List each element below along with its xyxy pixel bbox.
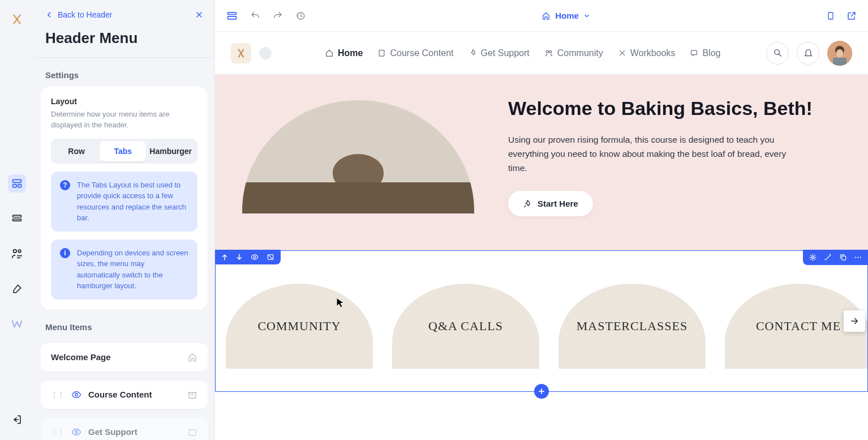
undo-icon[interactable] [250, 11, 260, 21]
rail-brush-icon[interactable] [8, 280, 26, 298]
start-here-button[interactable]: Start Here [508, 191, 593, 216]
search-button[interactable] [766, 42, 789, 65]
menu-item-label: Get Support [88, 427, 137, 437]
close-panel-icon[interactable] [195, 11, 203, 19]
svg-rect-4 [13, 219, 22, 221]
site-logo-icon [231, 43, 251, 63]
nav-workbooks[interactable]: Workbooks [618, 48, 676, 58]
menu-items-label: Menu Items [34, 310, 214, 339]
svg-rect-28 [842, 257, 846, 260]
help-icon: ? [60, 180, 70, 190]
visibility-icon[interactable] [71, 390, 81, 400]
svg-point-25 [253, 257, 256, 259]
svg-rect-10 [189, 430, 196, 435]
visibility-icon[interactable] [71, 427, 81, 437]
scroll-right-button[interactable] [844, 310, 865, 332]
rail-list-icon[interactable] [8, 210, 26, 228]
menu-item-support[interactable]: ⋮⋮ Get Support [41, 418, 208, 440]
duplicate-icon[interactable] [839, 253, 847, 262]
svg-point-6 [18, 250, 21, 253]
visibility-toggle-icon[interactable] [250, 253, 259, 261]
arch-card-community[interactable]: COMMUNITY [226, 284, 373, 369]
rail-w-icon[interactable] [8, 315, 26, 333]
hero-section: Welcome to Baking Basics, Beth! Using ou… [215, 75, 868, 250]
site-header-preview: Home Course Content Get Support Communit… [215, 32, 868, 75]
nav-home[interactable]: Home [325, 48, 363, 58]
menu-item-course[interactable]: ⋮⋮ Course Content [41, 381, 208, 409]
site-secondary-logo [259, 47, 272, 59]
tools-icon [618, 49, 626, 57]
arch-cards-row: COMMUNITY Q&A CALLS MASTERCLASSES CONTAC… [215, 250, 868, 392]
svg-rect-19 [691, 50, 697, 55]
svg-point-31 [860, 257, 861, 258]
app-rail [0, 0, 34, 440]
history-icon[interactable] [295, 11, 306, 21]
device-frame-icon[interactable] [226, 10, 238, 22]
sidebar-panel: Back to Header Header Menu Settings Layo… [34, 0, 215, 440]
svg-rect-24 [833, 58, 846, 66]
rail-people-icon[interactable] [8, 245, 26, 263]
edit-disabled-icon[interactable] [266, 253, 275, 261]
book-icon [377, 49, 386, 57]
page-selector[interactable]: Home [318, 11, 814, 20]
layout-option-tabs[interactable]: Tabs [100, 141, 146, 161]
drag-handle-icon[interactable]: ⋮⋮ [51, 428, 65, 436]
nav-blog[interactable]: Blog [690, 48, 720, 58]
add-section-button[interactable] [534, 384, 549, 399]
settings-gear-icon[interactable] [809, 253, 817, 262]
notifications-button[interactable] [797, 42, 819, 65]
back-to-header-link[interactable]: Back to Header [45, 10, 113, 19]
redo-icon[interactable] [273, 11, 283, 21]
more-icon[interactable] [854, 253, 862, 262]
selected-section[interactable]: COMMUNITY Q&A CALLS MASTERCLASSES CONTAC… [215, 250, 868, 392]
nav-course[interactable]: Course Content [377, 48, 453, 58]
menu-item-welcome[interactable]: Welcome Page [41, 343, 208, 371]
arch-card-masterclasses[interactable]: MASTERCLASSES [558, 284, 706, 369]
drag-handle-icon[interactable]: ⋮⋮ [51, 391, 65, 399]
svg-rect-1 [13, 185, 17, 187]
nav-community[interactable]: Community [544, 48, 603, 58]
archive-icon [187, 390, 197, 400]
user-avatar[interactable] [827, 41, 852, 66]
svg-rect-11 [228, 12, 237, 14]
svg-point-30 [857, 257, 858, 258]
svg-point-9 [75, 430, 78, 433]
back-label: Back to Header [58, 10, 113, 19]
rocket-icon [469, 49, 477, 57]
panel-title: Header Menu [34, 25, 214, 58]
svg-point-29 [855, 257, 856, 258]
layout-option-hamburger[interactable]: Hamburger [146, 141, 195, 161]
svg-rect-12 [228, 16, 237, 19]
open-external-icon[interactable] [846, 10, 857, 22]
layout-option-row[interactable]: Row [53, 141, 100, 161]
hero-image [242, 100, 474, 213]
layout-segmented: Row Tabs Hamburger [51, 139, 197, 164]
rocket-icon [523, 199, 532, 208]
info-text-2: Depending on devices and screen sizes, t… [77, 247, 188, 292]
move-down-icon[interactable] [235, 253, 243, 261]
settings-label: Settings [34, 58, 214, 87]
cta-label: Start Here [538, 199, 578, 208]
svg-rect-0 [13, 180, 22, 182]
menu-item-label: Welcome Page [51, 352, 111, 362]
rail-layout-icon[interactable] [8, 174, 26, 193]
page-label: Home [555, 11, 579, 20]
canvas: Home Home Course Content Get Support Com… [215, 0, 868, 440]
hero-title: Welcome to Baking Basics, Beth! [508, 97, 841, 119]
arch-card-qa[interactable]: Q&A CALLS [392, 284, 539, 369]
rail-logout-icon[interactable] [8, 411, 26, 429]
magic-wand-icon[interactable] [824, 253, 832, 262]
mobile-preview-icon[interactable] [826, 10, 835, 22]
move-up-icon[interactable] [221, 253, 229, 261]
svg-point-15 [830, 18, 831, 18]
layout-card: Layout Determine how your menu items are… [41, 87, 208, 310]
svg-rect-16 [380, 50, 385, 57]
site-nav: Home Course Content Get Support Communit… [325, 48, 720, 58]
svg-point-20 [774, 50, 779, 55]
svg-point-27 [812, 257, 814, 259]
menu-item-label: Course Content [88, 390, 152, 399]
svg-point-23 [836, 49, 843, 57]
info-text-1: The Tabs Layout is best used to provide … [77, 180, 188, 224]
nav-support[interactable]: Get Support [469, 48, 530, 58]
svg-rect-2 [18, 185, 22, 187]
